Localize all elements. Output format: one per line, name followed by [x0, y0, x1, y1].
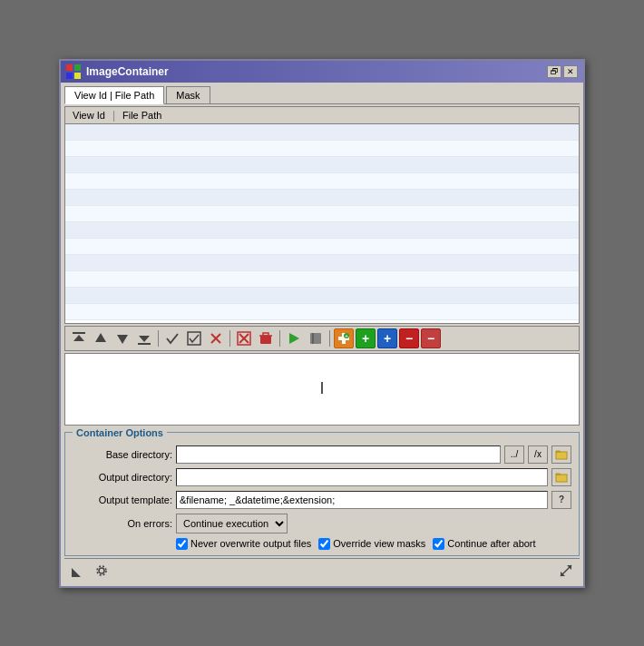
svg-marker-28: [72, 568, 81, 577]
table-row[interactable]: [65, 222, 579, 239]
table-row[interactable]: [65, 255, 579, 271]
tab-mask[interactable]: Mask: [166, 86, 210, 103]
base-dir-folder-button[interactable]: [551, 445, 571, 464]
col-file-path: File Path: [119, 109, 165, 122]
override-view-masks-item: Override view masks: [318, 538, 425, 550]
svg-marker-7: [117, 335, 128, 344]
continue-after-abort-item: Continue after abort: [433, 538, 535, 550]
table-row[interactable]: [65, 157, 579, 173]
window-title: ImageContainer: [86, 65, 169, 78]
app-icon: [66, 64, 81, 79]
table-row[interactable]: [65, 304, 579, 320]
bottom-right-buttons: [556, 561, 576, 581]
table-row[interactable]: [65, 206, 579, 222]
base-dir-dotdot-button[interactable]: ../: [504, 445, 524, 464]
override-view-masks-checkbox[interactable]: [318, 538, 330, 550]
title-bar: ImageContainer 🗗 ✕: [61, 61, 583, 83]
never-overwrite-item: Never overwrite output files: [176, 538, 311, 550]
close-button[interactable]: ✕: [563, 65, 578, 78]
title-buttons: 🗗 ✕: [547, 65, 578, 78]
svg-text:+: +: [345, 333, 348, 338]
log-area[interactable]: I: [64, 353, 580, 426]
toolbar-separator-3: [279, 330, 280, 347]
svg-rect-20: [310, 333, 321, 344]
on-errors-dropdown-container: Continue execution Abort Skip: [176, 514, 288, 533]
output-directory-input[interactable]: [176, 468, 548, 486]
output-template-row: Output template: ?: [73, 491, 571, 509]
svg-rect-1: [74, 64, 81, 71]
uncheck-button[interactable]: [206, 328, 226, 348]
output-template-label: Output template:: [73, 494, 172, 505]
col-view-id: View Id: [69, 109, 109, 122]
svg-rect-2: [66, 73, 73, 79]
checkboxes-row: Never overwrite output files Override vi…: [176, 538, 571, 550]
move-up-button[interactable]: [91, 328, 111, 348]
table-rows[interactable]: [65, 124, 579, 320]
continue-after-abort-checkbox[interactable]: [433, 538, 444, 550]
container-options-fieldset: Container Options Base directory: ../ /x…: [64, 427, 580, 556]
toolbar-separator-1: [158, 330, 159, 347]
tab-bar: View Id | File Path Mask: [64, 86, 580, 104]
on-errors-select[interactable]: Continue execution Abort Skip: [176, 514, 288, 533]
svg-rect-26: [556, 452, 567, 459]
restore-button[interactable]: 🗗: [547, 65, 561, 78]
svg-rect-3: [74, 73, 81, 79]
cursor-indicator: I: [319, 379, 324, 398]
bottom-settings-button[interactable]: [92, 561, 112, 581]
move-bottom-button[interactable]: [134, 328, 154, 348]
never-overwrite-checkbox[interactable]: [176, 538, 188, 550]
on-errors-label: On errors:: [73, 518, 172, 529]
toolbar-separator-2: [229, 330, 230, 347]
table-row[interactable]: [65, 271, 579, 288]
continue-after-abort-label: Continue after abort: [447, 538, 535, 549]
main-window: ImageContainer 🗗 ✕ View Id | File Path M…: [59, 59, 585, 588]
svg-marker-9: [139, 336, 150, 342]
bottom-arrow-button[interactable]: [68, 561, 88, 581]
svg-rect-8: [138, 343, 151, 345]
table-row[interactable]: [65, 190, 579, 206]
svg-rect-4: [73, 332, 85, 334]
move-top-button[interactable]: [69, 328, 89, 348]
table-row[interactable]: [65, 124, 579, 141]
check-button[interactable]: [162, 328, 182, 348]
container-options-legend: Container Options: [73, 427, 167, 438]
remove-dark-button[interactable]: −: [421, 328, 441, 348]
bottom-resize-button[interactable]: [556, 561, 576, 581]
svg-rect-0: [66, 64, 73, 71]
svg-rect-27: [556, 475, 567, 482]
bottom-toolbar: [64, 558, 580, 582]
base-dir-slash-button[interactable]: /x: [528, 445, 548, 464]
toolbar-separator-4: [329, 330, 330, 347]
output-directory-label: Output directory:: [73, 472, 172, 483]
add-blue-button[interactable]: +: [377, 328, 397, 348]
tab-view-id-file-path[interactable]: View Id | File Path: [64, 86, 164, 104]
remove-red-button[interactable]: −: [399, 328, 419, 348]
base-directory-input[interactable]: [176, 445, 501, 464]
svg-point-29: [99, 568, 104, 573]
svg-marker-19: [289, 333, 299, 344]
table-container: View Id | File Path: [64, 106, 580, 324]
output-template-help-button[interactable]: ?: [551, 491, 571, 509]
add-green-button[interactable]: +: [356, 328, 376, 348]
never-overwrite-label: Never overwrite output files: [190, 538, 311, 549]
title-bar-left: ImageContainer: [66, 64, 169, 79]
table-row[interactable]: [65, 239, 579, 255]
check-all-button[interactable]: [184, 328, 204, 348]
bottom-left-buttons: [68, 561, 112, 581]
output-template-input[interactable]: [176, 491, 548, 509]
output-dir-folder-button[interactable]: [551, 468, 571, 486]
table-row[interactable]: [65, 173, 579, 190]
delete-all-button[interactable]: [256, 328, 276, 348]
svg-rect-16: [260, 336, 271, 344]
svg-marker-6: [95, 333, 106, 342]
play-button[interactable]: [284, 328, 304, 348]
table-row[interactable]: [65, 141, 579, 157]
move-down-button[interactable]: [112, 328, 132, 348]
add-orange-button[interactable]: +: [334, 328, 354, 348]
stop-button[interactable]: [306, 328, 326, 348]
delete-button[interactable]: [234, 328, 254, 348]
svg-marker-5: [73, 335, 84, 341]
on-errors-row: On errors: Continue execution Abort Skip: [73, 514, 571, 533]
override-view-masks-label: Override view masks: [333, 538, 425, 549]
table-row[interactable]: [65, 288, 579, 304]
